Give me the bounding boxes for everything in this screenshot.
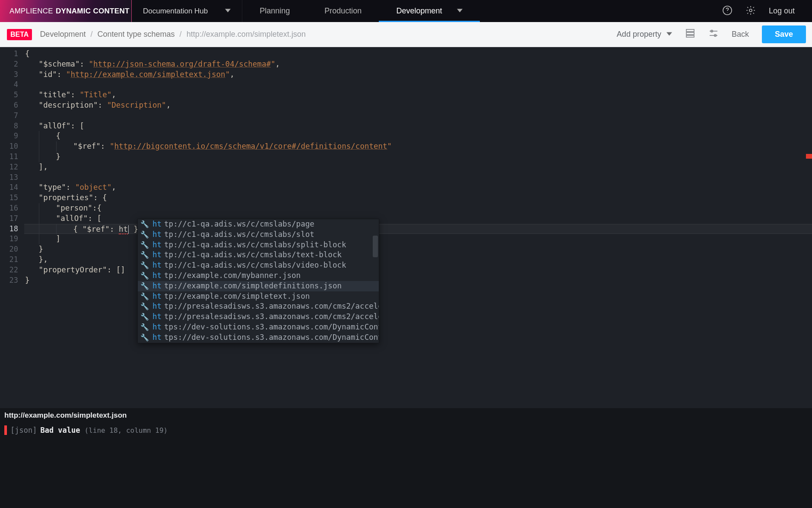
line-number: 2 bbox=[0, 59, 18, 70]
code-token: "title" bbox=[39, 90, 71, 99]
line-number: 6 bbox=[0, 100, 18, 111]
breadcrumb-sep: / bbox=[90, 30, 92, 38]
top-right-controls: Log out bbox=[722, 0, 812, 22]
autocomplete-item[interactable]: 🔧http://presalesadisws.s3.amazonaws.com/… bbox=[138, 301, 379, 312]
line-number: 22 bbox=[0, 265, 18, 275]
brand-part2: DYNAMIC CONTENT bbox=[56, 7, 130, 16]
wrench-icon: 🔧 bbox=[140, 312, 149, 322]
back-button[interactable]: Back bbox=[732, 30, 749, 39]
tab-planning[interactable]: Planning bbox=[242, 0, 307, 22]
breadcrumb-development[interactable]: Development bbox=[40, 30, 86, 38]
autocomplete-item[interactable]: 🔧http://c1-qa.adis.ws/c/cmslabs/text-blo… bbox=[138, 250, 379, 260]
code-token: "propertyOrder" bbox=[39, 265, 107, 274]
hub-dropdown[interactable]: Documentation Hub bbox=[132, 0, 242, 22]
save-button[interactable]: Save bbox=[762, 26, 806, 43]
autocomplete-item[interactable]: 🔧http://example.com/simpletext.json bbox=[138, 291, 379, 302]
line-number: 15 bbox=[0, 193, 18, 203]
autocomplete-item[interactable]: 🔧http://example.com/simpledefinitions.js… bbox=[138, 281, 379, 291]
brand-part1: AMPLIENCE bbox=[10, 7, 53, 16]
problem-row[interactable]: [json] Bad value (line 18, column 19) bbox=[4, 425, 808, 436]
caret-down-icon bbox=[225, 7, 231, 15]
autocomplete-text: tp://c1-qa.adis.ws/c/cmslabs/video-block bbox=[164, 260, 346, 271]
error-severity-icon bbox=[4, 425, 7, 435]
wrench-icon: 🔧 bbox=[140, 332, 149, 343]
code-token: "properties" bbox=[39, 193, 93, 202]
autocomplete-highlight: ht bbox=[152, 301, 162, 312]
line-number: 23 bbox=[0, 275, 18, 286]
caret-down-icon bbox=[666, 30, 672, 39]
hub-dropdown-label: Documentation Hub bbox=[143, 7, 208, 16]
autocomplete-highlight: ht bbox=[152, 271, 162, 281]
add-property-label: Add property bbox=[617, 30, 661, 39]
layout-toggle-icon[interactable] bbox=[685, 28, 695, 41]
code-token: "person" bbox=[56, 204, 92, 212]
sliders-icon[interactable] bbox=[708, 28, 719, 41]
tab-production[interactable]: Production bbox=[307, 0, 379, 22]
svg-rect-4 bbox=[686, 32, 694, 35]
wrench-icon: 🔧 bbox=[140, 240, 149, 250]
caret-down-icon bbox=[457, 6, 463, 16]
top-nav: AMPLIENCE DYNAMIC CONTENT Documentation … bbox=[0, 0, 812, 22]
autocomplete-text: tp://presalesadisws.s3.amazonaws.com/cms… bbox=[164, 312, 379, 322]
breadcrumb-schemas[interactable]: Content type schemas bbox=[97, 30, 174, 38]
autocomplete-text: tp://presalesadisws.s3.amazonaws.com/cms… bbox=[164, 301, 379, 312]
autocomplete-item[interactable]: 🔧https://dev-solutions.s3.amazonaws.com/… bbox=[138, 332, 379, 343]
error-overview-marker[interactable] bbox=[806, 154, 812, 159]
autocomplete-item[interactable]: 🔧https://dev-solutions.s3.amazonaws.com/… bbox=[138, 322, 379, 332]
code-token: "description" bbox=[39, 101, 98, 109]
autocomplete-text: tp://c1-qa.adis.ws/c/cmslabs/page bbox=[164, 219, 314, 230]
autocomplete-highlight: ht bbox=[152, 250, 162, 260]
code-link[interactable]: http://example.com/simpletext.json bbox=[70, 70, 225, 79]
line-number: 11 bbox=[0, 152, 18, 162]
line-number: 13 bbox=[0, 173, 18, 183]
autocomplete-text: tp://example.com/simpledefinitions.json bbox=[164, 281, 342, 291]
code-link[interactable]: http://bigcontent.io/cms/schema/v1/core#… bbox=[114, 142, 387, 150]
problem-message: Bad value bbox=[40, 426, 80, 435]
add-property-dropdown[interactable]: Add property bbox=[617, 30, 672, 39]
logout-link[interactable]: Log out bbox=[769, 6, 795, 16]
autocomplete-text: tps://dev-solutions.s3.amazonaws.com/Dyn… bbox=[164, 332, 379, 343]
code-link[interactable]: http://json-schema.org/draft-04/schema# bbox=[93, 60, 271, 68]
autocomplete-scrollbar[interactable] bbox=[373, 236, 378, 257]
code-token: "$schema" bbox=[39, 60, 80, 68]
svg-point-1 bbox=[727, 12, 727, 13]
line-gutter: 1234567891011121314151617181920212223 bbox=[0, 47, 24, 408]
autocomplete-item[interactable]: 🔧http://c1-qa.adis.ws/c/cmslabs/page bbox=[138, 219, 379, 230]
line-number: 1 bbox=[0, 49, 18, 59]
line-number: 7 bbox=[0, 111, 18, 121]
autocomplete-item[interactable]: 🔧http://example.com/mybanner.json bbox=[138, 271, 379, 281]
code-area[interactable]: { "$schema": "http://json-schema.org/dra… bbox=[24, 47, 812, 408]
settings-icon[interactable] bbox=[745, 5, 756, 17]
wrench-icon: 🔧 bbox=[140, 301, 149, 312]
code-token: "type" bbox=[39, 183, 66, 192]
line-number: 10 bbox=[0, 141, 18, 152]
tab-label: Planning bbox=[260, 6, 290, 16]
tab-development[interactable]: Development bbox=[379, 0, 480, 22]
code-token: "id" bbox=[39, 70, 57, 79]
problems-tab[interactable]: http://example.com/simpletext.json bbox=[4, 411, 127, 420]
line-number: 20 bbox=[0, 244, 18, 255]
autocomplete-text: tps://dev-solutions.s3.amazonaws.com/Dyn… bbox=[164, 322, 379, 332]
code-error-token: ht bbox=[119, 225, 128, 234]
autocomplete-item[interactable]: 🔧http://c1-qa.adis.ws/c/cmslabs/video-bl… bbox=[138, 260, 379, 271]
autocomplete-highlight: ht bbox=[152, 260, 162, 271]
problems-panel: http://example.com/simpletext.json [json… bbox=[0, 408, 812, 508]
code-token: { bbox=[25, 49, 30, 58]
help-icon[interactable] bbox=[722, 5, 733, 17]
autocomplete-highlight: ht bbox=[152, 291, 162, 302]
code-token: "Title" bbox=[79, 90, 111, 99]
breadcrumb-sep: / bbox=[180, 30, 182, 38]
code-token: "object" bbox=[75, 183, 111, 192]
autocomplete-item[interactable]: 🔧http://c1-qa.adis.ws/c/cmslabs/slot bbox=[138, 230, 379, 240]
line-number: 19 bbox=[0, 234, 18, 244]
autocomplete-highlight: ht bbox=[152, 230, 162, 240]
line-number: 8 bbox=[0, 121, 18, 131]
autocomplete-item[interactable]: 🔧http://presalesadisws.s3.amazonaws.com/… bbox=[138, 312, 379, 322]
autocomplete-item[interactable]: 🔧http://c1-qa.adis.ws/c/cmslabs/split-bl… bbox=[138, 240, 379, 250]
autocomplete-highlight: ht bbox=[152, 281, 162, 291]
code-token: "Description" bbox=[107, 101, 166, 109]
svg-rect-3 bbox=[686, 29, 694, 32]
autocomplete-highlight: ht bbox=[152, 332, 162, 343]
code-editor[interactable]: 1234567891011121314151617181920212223 { … bbox=[0, 47, 812, 408]
wrench-icon: 🔧 bbox=[140, 260, 149, 271]
